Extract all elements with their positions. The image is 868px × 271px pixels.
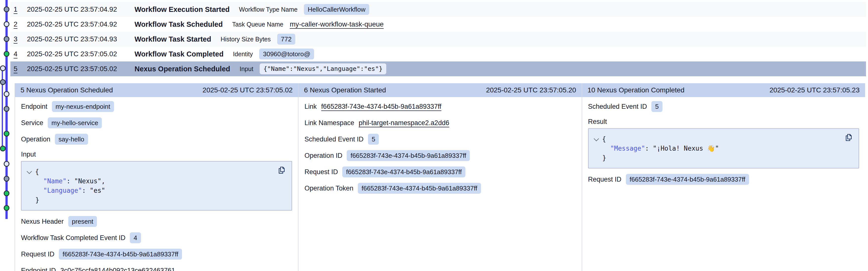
json-line: { bbox=[27, 167, 286, 177]
collapse-chevron-icon[interactable] bbox=[594, 136, 599, 141]
field-value-badge: f665283f-743e-4374-b45b-9a61a89337ff bbox=[358, 183, 481, 194]
field-value-badge: my-hello-service bbox=[48, 117, 102, 128]
event-id-link[interactable]: 3 bbox=[13, 35, 27, 43]
event-attr-label: History Size Bytes bbox=[221, 36, 271, 43]
timeline-node-event-1 bbox=[4, 6, 9, 12]
timeline-node-branch-2 bbox=[0, 146, 6, 151]
event-id-link[interactable]: 2 bbox=[13, 20, 27, 28]
field-label: Workflow Task Completed Event ID bbox=[21, 234, 125, 242]
copy-icon[interactable] bbox=[277, 165, 287, 175]
field-value-badge: 4 bbox=[130, 232, 141, 243]
field-endpoint: Endpoint my-nexus-endpoint bbox=[21, 101, 292, 112]
event-timestamp: 2025-02-25 UTC 23:57:04.93 bbox=[27, 35, 134, 43]
panel-body: Endpoint my-nexus-endpoint Service my-he… bbox=[15, 97, 298, 271]
timeline-node-event-2 bbox=[4, 21, 9, 27]
timeline-node-branch-1 bbox=[0, 79, 6, 85]
timeline-node-event-4 bbox=[4, 51, 9, 57]
field-request-id: Request ID f665283f-743e-4374-b45b-9a61a… bbox=[588, 174, 859, 185]
json-line: { bbox=[594, 134, 852, 144]
collapse-chevron-icon[interactable] bbox=[27, 169, 32, 174]
endpoint-id-link[interactable]: 3c0c75ccfa8144b092c13ce632463761 bbox=[60, 267, 175, 271]
field-label: Operation bbox=[21, 136, 51, 143]
event-id-link[interactable]: 4 bbox=[13, 50, 27, 58]
event-attr-label: Input bbox=[240, 65, 253, 73]
panel-body: Scheduled Event ID 5 Result { "Message":… bbox=[582, 97, 865, 190]
event-attr-value-badge: 30960@totoro@ bbox=[259, 49, 314, 59]
event-name: Nexus Operation Scheduled bbox=[134, 65, 230, 73]
event-row-4[interactable]: 4 2025-02-25 UTC 23:57:05.02 Workflow Ta… bbox=[10, 47, 866, 61]
json-line: "Language": "es" bbox=[27, 186, 286, 195]
field-link-namespace: Link Namespace phil-target-namespace2.a2… bbox=[304, 117, 576, 128]
field-label: Operation ID bbox=[304, 152, 342, 160]
field-label: Scheduled Event ID bbox=[588, 103, 647, 110]
event-row-3[interactable]: 3 2025-02-25 UTC 23:57:04.93 Workflow Ta… bbox=[10, 32, 866, 47]
field-value-badge: say-hello bbox=[55, 134, 88, 145]
event-attr-label: Workflow Type Name bbox=[239, 6, 298, 13]
field-nexus-header: Nexus Header present bbox=[21, 216, 292, 227]
json-line: "Message": "¡Hola! Nexus 👋" bbox=[594, 144, 852, 153]
event-timestamp: 2025-02-25 UTC 23:57:04.92 bbox=[27, 5, 134, 13]
timeline-node-event-12 bbox=[4, 205, 9, 211]
field-value-badge: f665283f-743e-4374-b45b-9a61a89337ff bbox=[347, 150, 470, 161]
event-attr-value-badge: HelloCallerWorkflow bbox=[304, 4, 369, 15]
panel-title: 5 Nexus Operation Scheduled bbox=[21, 86, 113, 94]
panel-header: 10 Nexus Operation Completed 2025-02-25 … bbox=[582, 83, 865, 97]
input-section-label: Input bbox=[21, 150, 292, 159]
panel-timestamp: 2025-02-25 UTC 23:57:05.20 bbox=[486, 86, 576, 94]
event-name: Workflow Execution Started bbox=[134, 5, 230, 13]
event-id-link[interactable]: 1 bbox=[13, 5, 27, 13]
link-namespace-link[interactable]: phil-target-namespace2.a2dd6 bbox=[359, 119, 449, 127]
field-operation-token: Operation Token f665283f-743e-4374-b45b-… bbox=[304, 183, 576, 194]
panel-body: Link f665283f-743e-4374-b45b-9a61a89337f… bbox=[299, 97, 581, 199]
panel-title: 6 Nexus Operation Started bbox=[304, 86, 386, 94]
field-service: Service my-hello-service bbox=[21, 117, 292, 128]
field-value-badge: present bbox=[68, 216, 97, 227]
timeline-node-event-8 bbox=[4, 131, 9, 136]
copy-icon[interactable] bbox=[844, 133, 854, 142]
field-label: Scheduled Event ID bbox=[304, 136, 364, 143]
event-timestamp: 2025-02-25 UTC 23:57:05.02 bbox=[27, 65, 134, 73]
panel-nexus-operation-scheduled: 5 Nexus Operation Scheduled 2025-02-25 U… bbox=[14, 83, 298, 271]
timeline-node-event-3 bbox=[4, 36, 9, 42]
field-operation-id: Operation ID f665283f-743e-4374-b45b-9a6… bbox=[304, 150, 576, 161]
event-timeline bbox=[0, 0, 10, 271]
panel-timestamp: 2025-02-25 UTC 23:57:05.23 bbox=[770, 86, 860, 94]
field-request-id: Request ID f665283f-743e-4374-b45b-9a61a… bbox=[21, 249, 292, 260]
event-detail-panels: 5 Nexus Operation Scheduled 2025-02-25 U… bbox=[14, 83, 865, 271]
timeline-node-event-5 bbox=[0, 65, 6, 71]
json-input-viewer: { "Name": "Nexus", "Language": "es" } bbox=[21, 161, 292, 211]
field-endpoint-id: Endpoint ID 3c0c75ccfa8144b092c13ce63246… bbox=[21, 265, 292, 271]
timeline-node-event-7 bbox=[4, 106, 9, 112]
panel-nexus-operation-completed: 10 Nexus Operation Completed 2025-02-25 … bbox=[582, 83, 865, 271]
link-link[interactable]: f665283f-743e-4374-b45b-9a61a89337ff bbox=[321, 103, 441, 110]
panel-title: 10 Nexus Operation Completed bbox=[588, 86, 684, 94]
field-value-badge: 5 bbox=[651, 101, 662, 112]
event-row-5-selected[interactable]: 5 2025-02-25 UTC 23:57:05.02 Nexus Opera… bbox=[10, 61, 866, 76]
field-label: Request ID bbox=[21, 250, 54, 258]
field-value-badge: f665283f-743e-4374-b45b-9a61a89337ff bbox=[342, 166, 465, 178]
timeline-node-event-10 bbox=[4, 176, 9, 182]
field-value-badge: my-nexus-endpoint bbox=[52, 101, 114, 112]
field-label: Request ID bbox=[304, 168, 338, 176]
event-row-2[interactable]: 2 2025-02-25 UTC 23:57:04.92 Workflow Ta… bbox=[10, 17, 866, 32]
field-operation: Operation say-hello bbox=[21, 134, 292, 145]
timeline-node-event-6 bbox=[4, 91, 9, 97]
field-request-id: Request ID f665283f-743e-4374-b45b-9a61a… bbox=[304, 166, 576, 178]
event-id-link[interactable]: 5 bbox=[13, 65, 27, 73]
panel-header: 5 Nexus Operation Scheduled 2025-02-25 U… bbox=[15, 83, 298, 97]
event-attr-value-badge: 772 bbox=[277, 34, 295, 45]
field-label: Nexus Header bbox=[21, 218, 64, 225]
field-label: Request ID bbox=[588, 175, 621, 183]
field-value-badge: f665283f-743e-4374-b45b-9a61a89337ff bbox=[59, 249, 182, 260]
field-value-badge: 5 bbox=[368, 134, 379, 145]
event-rows: 1 2025-02-25 UTC 23:57:04.92 Workflow Ex… bbox=[10, 2, 866, 76]
event-timestamp: 2025-02-25 UTC 23:57:05.02 bbox=[27, 50, 134, 58]
field-value-badge: f665283f-743e-4374-b45b-9a61a89337ff bbox=[626, 174, 749, 185]
field-label: Service bbox=[21, 119, 43, 127]
event-timestamp: 2025-02-25 UTC 23:57:04.92 bbox=[27, 20, 134, 28]
event-row-1[interactable]: 1 2025-02-25 UTC 23:57:04.92 Workflow Ex… bbox=[10, 2, 866, 17]
field-link: Link f665283f-743e-4374-b45b-9a61a89337f… bbox=[304, 101, 576, 112]
task-queue-link[interactable]: my-caller-workflow-task-queue bbox=[290, 20, 384, 28]
event-input-badge: {"Name":"Nexus","Language":"es"} bbox=[260, 63, 386, 74]
json-line: } bbox=[27, 195, 286, 205]
